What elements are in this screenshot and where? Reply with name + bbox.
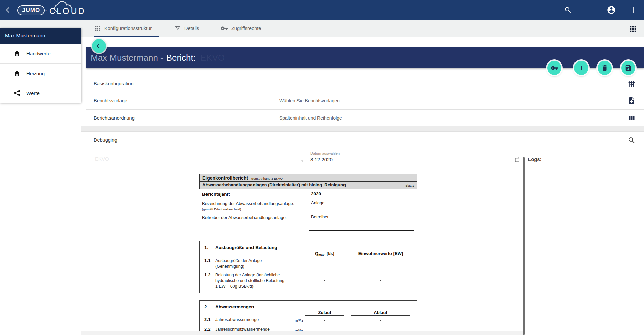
config-row-value: Spalteninhalt und Reihenfolge <box>279 110 342 126</box>
sidebar-item-label: Handwerte <box>26 51 51 56</box>
row-1-1-number: 1.1 <box>204 258 210 263</box>
search-icon[interactable] <box>628 136 636 144</box>
tab-zugriffsrechte[interactable]: Zugriffsrechte <box>221 20 261 36</box>
share-icon <box>13 89 21 97</box>
jumo-logo: JUMO <box>17 5 45 15</box>
logo-separator: · <box>45 6 47 15</box>
config-row-label: Berichtsvorlage <box>94 92 127 109</box>
banner-title-main: Bericht: <box>166 53 196 63</box>
report-sheet-number: Blatt 1 <box>405 184 414 187</box>
debugging-section-title: Debugging <box>94 136 117 144</box>
qmax-base: Q <box>315 251 318 256</box>
section1-row2-ew-cell: - <box>351 271 410 289</box>
cell-value: - <box>324 260 325 265</box>
cell-value: - <box>380 318 381 323</box>
tab-details[interactable]: Details <box>174 20 199 36</box>
delete-fab-button[interactable] <box>598 61 612 75</box>
report-title: Eigenkontrollbericht <box>202 175 248 181</box>
report-underline <box>309 208 414 208</box>
apps-grid-icon[interactable] <box>629 25 637 33</box>
home-icon <box>13 70 21 77</box>
report-header-line2: Abwasserbehandlungsanlagen (Direkteinlei… <box>200 181 417 189</box>
chevron-down-icon[interactable] <box>300 159 305 163</box>
sidebar-item-werte[interactable]: Werte <box>0 83 81 103</box>
more-vert-icon[interactable] <box>629 6 637 14</box>
report-plant-name-note: (gemäß Erlaubnisbescheid) <box>202 207 241 211</box>
section1-row1-zulauf-cell: - <box>305 257 344 268</box>
report-year-label: Berichtsjahr: <box>202 192 230 197</box>
date-field-label: Datum auswählen <box>310 151 340 155</box>
qmax-sub: max <box>318 253 324 257</box>
cell-value: - <box>324 278 325 283</box>
sidebar-item-heizung[interactable]: Heizung <box>0 64 81 83</box>
note-add-icon[interactable] <box>628 97 636 106</box>
tab-label: Details <box>184 26 199 31</box>
config-row-berichtsanordnung[interactable]: Berichtsanordnung Spalteninhalt und Reih… <box>86 110 644 126</box>
banner-title-ghost: EKVO <box>200 53 225 63</box>
section1-row2-zulauf-cell: - <box>305 271 344 289</box>
report-operator-value: Betreiber <box>311 214 329 219</box>
section1-number: 1. <box>204 245 208 250</box>
cell-value: - <box>324 318 325 323</box>
qmax-unit: [l/s] <box>327 251 334 256</box>
home-icon <box>13 50 21 57</box>
report-header-line1: Eigenkontrollbericht gem. Anhang 3 EKVO <box>200 174 417 181</box>
banner-title-prefix: Max Mustermann - <box>91 53 164 63</box>
report-underline <box>309 230 414 231</box>
cell-value: - <box>380 278 381 283</box>
report-underline <box>309 238 414 238</box>
row-1-2-label-line2: hydraulische und stoffliche Belastung <box>215 278 284 283</box>
calendar-icon[interactable] <box>514 157 520 163</box>
sidebar-header-label: Max Mustermann <box>5 33 45 39</box>
filter-icon <box>174 25 181 32</box>
select-underline[interactable] <box>94 164 304 164</box>
search-icon[interactable] <box>564 6 572 14</box>
add-fab-button[interactable] <box>574 61 588 75</box>
cell-value: - <box>380 260 381 265</box>
section2-row1-zulauf-cell: - <box>305 315 344 325</box>
tune-icon[interactable] <box>628 80 636 89</box>
row-1-2-label-line3: 1 EW = 60g BSB₅/d) <box>215 284 254 289</box>
tab-konfigurationsstruktur[interactable]: Konfigurationsstruktur <box>94 20 152 36</box>
config-row-berichtsvorlage[interactable]: Berichtsvorlage Wählen Sie Berichtsvorla… <box>86 92 644 109</box>
save-fab-button[interactable] <box>621 61 635 75</box>
section1-title: Ausbaugröße und Belastung <box>215 245 277 250</box>
config-row-label: Basiskonfiguration <box>94 75 134 92</box>
key-icon <box>221 25 228 32</box>
access-rights-fab-button[interactable] <box>547 61 561 75</box>
config-row-value: Wählen Sie Berichtsvorlagen <box>279 92 340 109</box>
view-column-icon[interactable] <box>628 114 636 123</box>
row-1-1-label-line1: Ausbaugröße der Anlage <box>215 258 262 263</box>
logs-output-box <box>528 164 638 335</box>
row-2-1-label: Jahresabwassermenge <box>215 317 259 322</box>
account-circle-icon[interactable] <box>607 5 616 15</box>
report-subtitle: Abwasserbehandlungsanlagen (Direkteinlei… <box>202 182 346 187</box>
back-arrow-icon[interactable] <box>5 6 13 14</box>
row-1-2-label-line1: Belastung der Anlage (tatsächliche <box>215 273 280 277</box>
section2-col2-header: Ablauf <box>351 310 410 315</box>
section1-row1-ew-cell: - <box>351 257 410 268</box>
sidebar-header: Max Mustermann <box>0 28 81 44</box>
date-field-value[interactable]: 8.12.2020 <box>310 157 333 162</box>
tab-label: Konfigurationsstruktur <box>104 26 152 31</box>
date-underline[interactable] <box>309 164 521 164</box>
logs-label: Logs: <box>528 156 542 162</box>
section2-row1-ablauf-cell: - <box>351 315 410 325</box>
back-fab-button[interactable] <box>92 39 106 53</box>
trash-icon <box>601 64 608 72</box>
horizontal-scroll-track[interactable] <box>81 331 523 335</box>
section2-col1-header: Zulauf <box>305 310 344 315</box>
report-type-select-value[interactable]: EKVO <box>95 156 109 162</box>
config-row-basiskonfiguration[interactable]: Basiskonfiguration <box>86 75 644 92</box>
report-plant-name-value: Anlage <box>311 200 324 205</box>
vertical-scrollbar[interactable] <box>523 157 525 335</box>
key-icon <box>551 64 558 72</box>
report-plant-name-label: Bezeichnung der Abwasserbehandlungsanlag… <box>202 201 294 206</box>
jumo-logo-text: JUMO <box>22 7 40 14</box>
save-icon <box>625 64 632 72</box>
report-underline <box>309 222 414 222</box>
row-2-1-number: 2.1 <box>204 317 210 322</box>
sidebar-item-handwerte[interactable]: Handwerte <box>0 44 81 64</box>
report-underline <box>309 199 350 199</box>
row-2-1-unit: m³/a <box>288 318 303 323</box>
